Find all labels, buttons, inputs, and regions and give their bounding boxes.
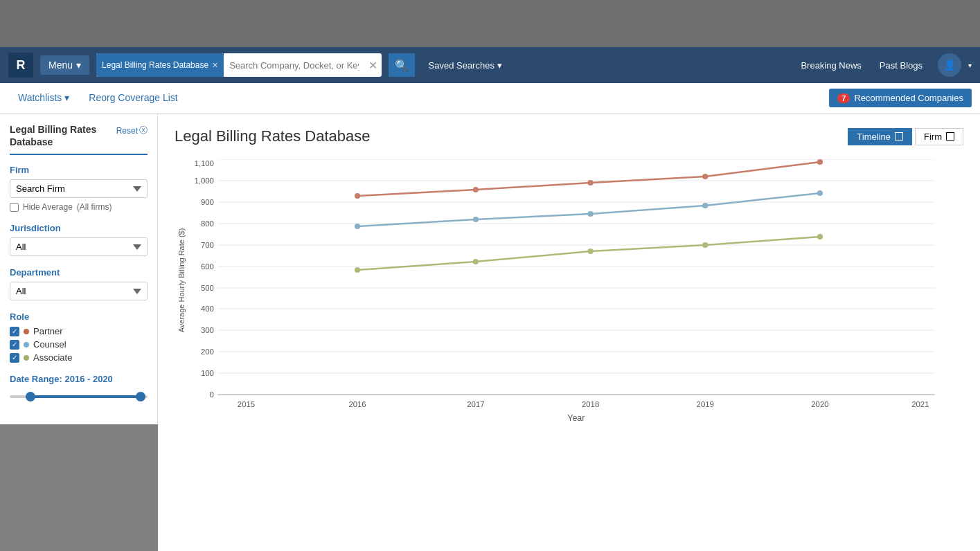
breaking-news-link[interactable]: Breaking News bbox=[801, 60, 861, 71]
svg-text:300: 300 bbox=[201, 326, 214, 334]
past-blogs-link[interactable]: Past Blogs bbox=[880, 60, 923, 71]
svg-text:800: 800 bbox=[201, 219, 214, 228]
svg-text:700: 700 bbox=[201, 241, 214, 249]
counsel-line bbox=[357, 193, 820, 226]
view-toggle: Timeline Firm bbox=[848, 128, 963, 145]
jurisdiction-filter-section: Jurisdiction All bbox=[10, 223, 148, 256]
associate-dot-2016 bbox=[355, 267, 360, 273]
user-icon: 👤 bbox=[944, 60, 956, 71]
timeline-icon bbox=[895, 132, 903, 141]
counsel-dot-2017 bbox=[473, 217, 479, 222]
associate-dot-2018 bbox=[587, 249, 593, 254]
date-range-section: Date Range: 2016 - 2020 bbox=[10, 374, 148, 404]
partner-dot bbox=[24, 329, 29, 334]
partner-line bbox=[357, 162, 820, 196]
role-item-associate[interactable]: Associate bbox=[10, 352, 148, 363]
svg-text:900: 900 bbox=[201, 198, 214, 206]
firm-label: Firm bbox=[924, 132, 942, 142]
x-axis-label: Year bbox=[567, 413, 585, 422]
role-item-partner[interactable]: Partner bbox=[10, 326, 148, 336]
partner-label: Partner bbox=[33, 326, 63, 336]
sidebar-wrapper: Legal Billing Rates Database Reset ⓧ Fir… bbox=[0, 114, 158, 551]
sub-nav-watchlists[interactable]: Watchlists ▾ bbox=[8, 83, 79, 114]
recommended-label: Recommended Companies bbox=[854, 93, 963, 103]
svg-text:1,100: 1,100 bbox=[194, 159, 213, 168]
recommended-companies-button[interactable]: 7 Recommended Companies bbox=[829, 89, 972, 107]
recommended-badge: 7 bbox=[837, 93, 850, 103]
sidebar-header: Legal Billing Rates Database Reset ⓧ bbox=[10, 123, 148, 155]
y-axis: 0 100 200 300 400 500 bbox=[194, 159, 934, 399]
jurisdiction-label: Jurisdiction bbox=[10, 223, 148, 233]
top-bar bbox=[0, 0, 980, 47]
firm-select[interactable]: Search Firm bbox=[10, 179, 148, 198]
page-title: Legal Billing Rates Database bbox=[175, 127, 371, 145]
role-filter-section: Role Partner Counsel Associate bbox=[10, 311, 148, 363]
svg-text:2020: 2020 bbox=[811, 400, 828, 408]
slider-fill bbox=[30, 395, 141, 398]
role-item-counsel[interactable]: Counsel bbox=[10, 339, 148, 350]
chart-svg: .axis-label { font-size: 11px; fill: #55… bbox=[175, 159, 963, 422]
sub-nav-reorg-coverage[interactable]: Reorg Coverage List bbox=[79, 83, 187, 114]
department-select[interactable]: All bbox=[10, 282, 148, 300]
saved-searches-label: Saved Searches bbox=[429, 60, 495, 71]
partner-dot-2017 bbox=[473, 187, 479, 192]
timeline-view-button[interactable]: Timeline bbox=[848, 128, 912, 145]
sub-nav: Watchlists ▾ Reorg Coverage List 7 Recom… bbox=[0, 83, 980, 114]
jurisdiction-select[interactable]: All bbox=[10, 237, 148, 256]
counsel-dot-2018 bbox=[587, 211, 593, 217]
svg-text:2015: 2015 bbox=[238, 400, 255, 408]
partner-checkbox[interactable] bbox=[10, 327, 19, 336]
search-bar: Legal Billing Rates Database ✕ ✕ bbox=[96, 53, 381, 77]
firm-view-button[interactable]: Firm bbox=[915, 128, 963, 145]
counsel-checkbox[interactable] bbox=[10, 340, 19, 350]
user-menu-caret-icon[interactable]: ▾ bbox=[968, 62, 972, 69]
partner-dot-2020 bbox=[817, 159, 823, 165]
associate-dot-2017 bbox=[473, 259, 479, 264]
reorg-coverage-label: Reorg Coverage List bbox=[89, 92, 177, 103]
hide-average-checkbox-label[interactable]: Hide Average (All firms) bbox=[10, 202, 148, 212]
svg-text:0: 0 bbox=[210, 390, 214, 399]
role-label: Role bbox=[10, 311, 148, 322]
firm-icon bbox=[946, 132, 954, 141]
hide-average-checkbox[interactable] bbox=[10, 203, 19, 212]
associate-dot bbox=[24, 355, 29, 361]
saved-searches-button[interactable]: Saved Searches ▾ bbox=[429, 60, 502, 71]
reset-label: Reset bbox=[116, 126, 138, 136]
sidebar: Legal Billing Rates Database Reset ⓧ Fir… bbox=[0, 114, 158, 424]
partner-dot-2019 bbox=[702, 174, 708, 179]
chart-container: .axis-label { font-size: 11px; fill: #55… bbox=[175, 159, 963, 422]
department-label: Department bbox=[10, 267, 148, 278]
search-input[interactable] bbox=[224, 60, 364, 71]
search-icon: 🔍 bbox=[395, 59, 409, 72]
associate-checkbox[interactable] bbox=[10, 353, 19, 363]
saved-searches-caret-icon: ▾ bbox=[497, 60, 502, 71]
partner-dot-2016 bbox=[355, 193, 360, 199]
x-axis: 2015 2016 2017 2018 2019 2020 2021 bbox=[238, 400, 929, 408]
associate-dot-2020 bbox=[817, 234, 823, 240]
svg-text:Average Hourly Billing Rate ($: Average Hourly Billing Rate ($) bbox=[177, 228, 186, 332]
reset-button[interactable]: Reset ⓧ bbox=[116, 125, 148, 136]
slider-thumb-right[interactable] bbox=[136, 392, 145, 401]
watchlists-label: Watchlists bbox=[18, 92, 62, 103]
svg-text:2021: 2021 bbox=[911, 400, 929, 408]
slider-thumb-left[interactable] bbox=[26, 392, 35, 401]
watchlists-caret-icon: ▾ bbox=[64, 92, 69, 103]
search-tag-remove-icon[interactable]: ✕ bbox=[212, 61, 218, 70]
counsel-dot-2020 bbox=[817, 190, 823, 196]
logo-button[interactable]: R bbox=[8, 53, 33, 78]
date-range-slider[interactable] bbox=[10, 390, 148, 404]
menu-button[interactable]: Menu ▾ bbox=[40, 55, 89, 75]
search-tag[interactable]: Legal Billing Rates Database ✕ bbox=[96, 53, 224, 77]
user-avatar[interactable]: 👤 bbox=[938, 53, 961, 77]
menu-caret-icon: ▾ bbox=[76, 60, 81, 71]
search-clear-button[interactable]: ✕ bbox=[364, 59, 382, 72]
svg-text:2018: 2018 bbox=[582, 400, 599, 408]
associate-label: Associate bbox=[33, 352, 72, 363]
svg-text:600: 600 bbox=[201, 262, 214, 271]
svg-text:400: 400 bbox=[201, 305, 214, 313]
content-area: Legal Billing Rates Database Timeline Fi… bbox=[158, 114, 980, 551]
hide-average-note: (All firms) bbox=[77, 202, 112, 212]
search-button[interactable]: 🔍 bbox=[389, 53, 415, 77]
counsel-dot-2019 bbox=[702, 203, 708, 208]
timeline-label: Timeline bbox=[857, 132, 891, 142]
